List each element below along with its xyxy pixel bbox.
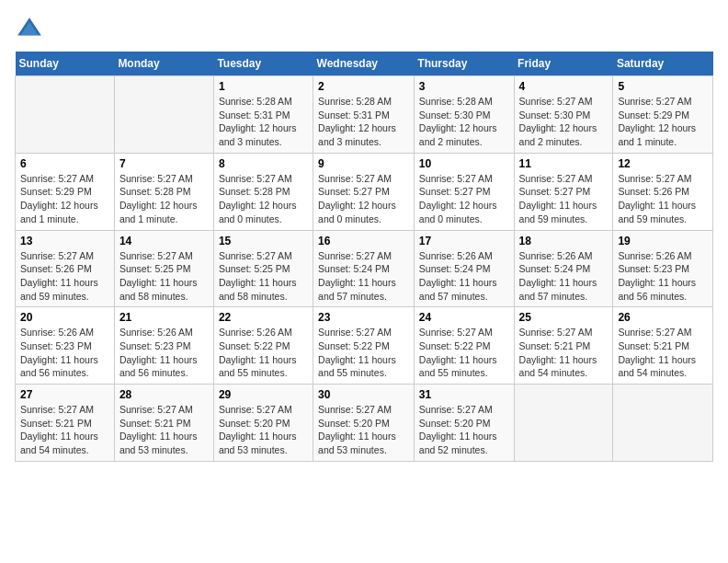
weekday-tuesday: Tuesday [213, 52, 313, 76]
day-info: Sunrise: 5:27 AM Sunset: 5:22 PM Dayligh… [318, 326, 409, 380]
day-info: Sunrise: 5:26 AM Sunset: 5:23 PM Dayligh… [618, 249, 708, 304]
calendar-cell: 8Sunrise: 5:27 AM Sunset: 5:28 PM Daylig… [213, 153, 313, 230]
day-info: Sunrise: 5:27 AM Sunset: 5:21 PM Dayligh… [119, 403, 209, 457]
day-info: Sunrise: 5:28 AM Sunset: 5:31 PM Dayligh… [219, 95, 308, 149]
calendar-cell [613, 385, 713, 462]
calendar-cell: 2Sunrise: 5:28 AM Sunset: 5:31 PM Daylig… [313, 76, 415, 154]
day-number: 6 [20, 157, 109, 170]
day-number: 28 [119, 388, 209, 401]
calendar-cell: 29Sunrise: 5:27 AM Sunset: 5:20 PM Dayli… [213, 385, 313, 462]
calendar-cell [114, 76, 213, 154]
day-number: 9 [318, 157, 409, 170]
calendar-week-3: 13Sunrise: 5:27 AM Sunset: 5:26 PM Dayli… [16, 230, 713, 307]
calendar-cell: 17Sunrise: 5:26 AM Sunset: 5:24 PM Dayli… [414, 230, 514, 307]
day-info: Sunrise: 5:26 AM Sunset: 5:24 PM Dayligh… [419, 249, 509, 304]
calendar-cell: 11Sunrise: 5:27 AM Sunset: 5:27 PM Dayli… [514, 153, 613, 230]
day-number: 22 [219, 311, 308, 324]
calendar-table: SundayMondayTuesdayWednesdayThursdayFrid… [15, 52, 713, 462]
weekday-header-row: SundayMondayTuesdayWednesdayThursdayFrid… [16, 52, 713, 76]
day-number: 20 [20, 311, 109, 324]
day-number: 26 [618, 311, 708, 324]
calendar-cell: 25Sunrise: 5:27 AM Sunset: 5:21 PM Dayli… [514, 307, 613, 385]
day-info: Sunrise: 5:27 AM Sunset: 5:24 PM Dayligh… [318, 249, 409, 304]
day-number: 23 [318, 311, 409, 324]
calendar-week-4: 20Sunrise: 5:26 AM Sunset: 5:23 PM Dayli… [16, 307, 713, 385]
day-number: 1 [219, 80, 308, 93]
weekday-monday: Monday [114, 52, 213, 76]
calendar-cell: 7Sunrise: 5:27 AM Sunset: 5:28 PM Daylig… [114, 153, 213, 230]
day-number: 3 [419, 80, 509, 93]
calendar-cell: 26Sunrise: 5:27 AM Sunset: 5:21 PM Dayli… [613, 307, 713, 385]
day-info: Sunrise: 5:27 AM Sunset: 5:30 PM Dayligh… [519, 95, 609, 149]
calendar-cell: 1Sunrise: 5:28 AM Sunset: 5:31 PM Daylig… [213, 76, 313, 154]
day-info: Sunrise: 5:27 AM Sunset: 5:21 PM Dayligh… [618, 326, 708, 380]
day-number: 31 [419, 388, 509, 401]
day-number: 13 [20, 235, 109, 247]
calendar-cell: 12Sunrise: 5:27 AM Sunset: 5:26 PM Dayli… [613, 153, 713, 230]
day-info: Sunrise: 5:27 AM Sunset: 5:21 PM Dayligh… [519, 326, 609, 380]
calendar-cell: 31Sunrise: 5:27 AM Sunset: 5:20 PM Dayli… [414, 385, 514, 462]
day-info: Sunrise: 5:27 AM Sunset: 5:29 PM Dayligh… [20, 172, 109, 226]
weekday-wednesday: Wednesday [313, 52, 415, 76]
logo-icon [15, 15, 44, 44]
day-info: Sunrise: 5:28 AM Sunset: 5:31 PM Dayligh… [318, 95, 409, 149]
day-number: 7 [119, 157, 209, 170]
calendar-week-2: 6Sunrise: 5:27 AM Sunset: 5:29 PM Daylig… [16, 153, 713, 230]
day-number: 25 [519, 311, 609, 324]
calendar-cell: 16Sunrise: 5:27 AM Sunset: 5:24 PM Dayli… [313, 230, 415, 307]
calendar-cell: 30Sunrise: 5:27 AM Sunset: 5:20 PM Dayli… [313, 385, 415, 462]
day-number: 10 [419, 157, 509, 170]
weekday-thursday: Thursday [414, 52, 514, 76]
day-info: Sunrise: 5:27 AM Sunset: 5:22 PM Dayligh… [419, 326, 509, 380]
day-number: 2 [318, 80, 409, 93]
calendar-header: SundayMondayTuesdayWednesdayThursdayFrid… [16, 52, 713, 76]
day-number: 18 [519, 235, 609, 247]
calendar-cell: 20Sunrise: 5:26 AM Sunset: 5:23 PM Dayli… [16, 307, 115, 385]
calendar-cell: 24Sunrise: 5:27 AM Sunset: 5:22 PM Dayli… [414, 307, 514, 385]
logo [15, 15, 48, 44]
calendar-cell: 27Sunrise: 5:27 AM Sunset: 5:21 PM Dayli… [16, 385, 115, 462]
calendar-cell: 15Sunrise: 5:27 AM Sunset: 5:25 PM Dayli… [213, 230, 313, 307]
day-info: Sunrise: 5:26 AM Sunset: 5:24 PM Dayligh… [519, 249, 609, 304]
calendar-body: 1Sunrise: 5:28 AM Sunset: 5:31 PM Daylig… [16, 76, 713, 462]
day-info: Sunrise: 5:27 AM Sunset: 5:26 PM Dayligh… [618, 172, 708, 226]
day-number: 21 [119, 311, 209, 324]
day-number: 30 [318, 388, 409, 401]
day-info: Sunrise: 5:27 AM Sunset: 5:27 PM Dayligh… [318, 172, 409, 226]
weekday-sunday: Sunday [16, 52, 115, 76]
calendar-week-1: 1Sunrise: 5:28 AM Sunset: 5:31 PM Daylig… [16, 76, 713, 154]
day-number: 12 [618, 157, 708, 170]
day-info: Sunrise: 5:26 AM Sunset: 5:23 PM Dayligh… [119, 326, 209, 380]
calendar-cell: 4Sunrise: 5:27 AM Sunset: 5:30 PM Daylig… [514, 76, 613, 154]
day-number: 19 [618, 235, 708, 247]
day-info: Sunrise: 5:27 AM Sunset: 5:25 PM Dayligh… [219, 249, 308, 304]
calendar-cell: 10Sunrise: 5:27 AM Sunset: 5:27 PM Dayli… [414, 153, 514, 230]
calendar-cell: 21Sunrise: 5:26 AM Sunset: 5:23 PM Dayli… [114, 307, 213, 385]
weekday-friday: Friday [514, 52, 613, 76]
day-number: 5 [618, 80, 708, 93]
calendar-cell: 18Sunrise: 5:26 AM Sunset: 5:24 PM Dayli… [514, 230, 613, 307]
day-number: 14 [119, 235, 209, 247]
day-info: Sunrise: 5:27 AM Sunset: 5:21 PM Dayligh… [20, 403, 109, 457]
day-info: Sunrise: 5:27 AM Sunset: 5:25 PM Dayligh… [119, 249, 209, 304]
day-number: 27 [20, 388, 109, 401]
calendar-cell: 19Sunrise: 5:26 AM Sunset: 5:23 PM Dayli… [613, 230, 713, 307]
day-number: 4 [519, 80, 609, 93]
day-number: 11 [519, 157, 609, 170]
calendar-cell: 6Sunrise: 5:27 AM Sunset: 5:29 PM Daylig… [16, 153, 115, 230]
day-info: Sunrise: 5:27 AM Sunset: 5:28 PM Dayligh… [219, 172, 308, 226]
day-number: 8 [219, 157, 308, 170]
day-info: Sunrise: 5:27 AM Sunset: 5:20 PM Dayligh… [419, 403, 509, 457]
day-info: Sunrise: 5:27 AM Sunset: 5:20 PM Dayligh… [318, 403, 409, 457]
calendar-week-5: 27Sunrise: 5:27 AM Sunset: 5:21 PM Dayli… [16, 385, 713, 462]
day-info: Sunrise: 5:28 AM Sunset: 5:30 PM Dayligh… [419, 95, 509, 149]
day-number: 15 [219, 235, 308, 247]
calendar-cell: 9Sunrise: 5:27 AM Sunset: 5:27 PM Daylig… [313, 153, 415, 230]
day-number: 24 [419, 311, 509, 324]
day-info: Sunrise: 5:26 AM Sunset: 5:23 PM Dayligh… [20, 326, 109, 380]
day-info: Sunrise: 5:27 AM Sunset: 5:27 PM Dayligh… [419, 172, 509, 226]
calendar-cell: 3Sunrise: 5:28 AM Sunset: 5:30 PM Daylig… [414, 76, 514, 154]
day-number: 16 [318, 235, 409, 247]
weekday-saturday: Saturday [613, 52, 713, 76]
calendar-cell: 13Sunrise: 5:27 AM Sunset: 5:26 PM Dayli… [16, 230, 115, 307]
